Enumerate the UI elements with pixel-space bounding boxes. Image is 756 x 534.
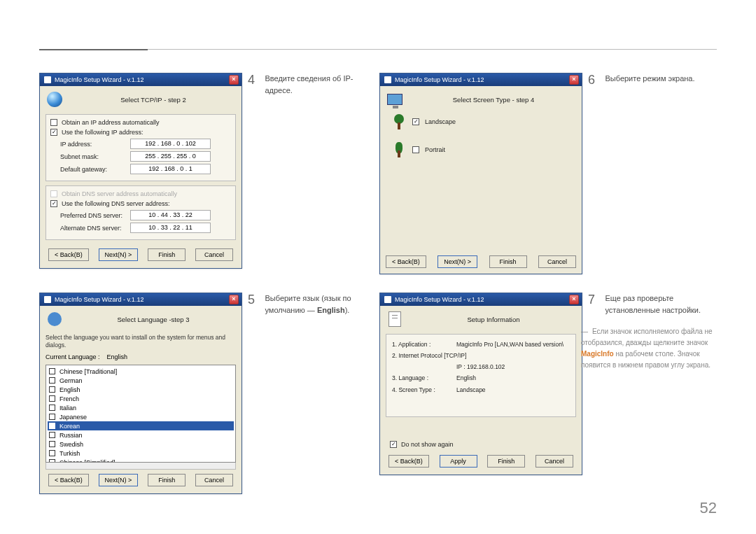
- checkbox-obtain-auto[interactable]: [50, 119, 57, 126]
- language-item[interactable]: Chinese [Simplified]: [48, 458, 234, 463]
- finish-button[interactable]: Finish: [489, 255, 527, 268]
- checkbox-landscape[interactable]: [412, 118, 419, 125]
- finish-button[interactable]: Finish: [148, 474, 186, 486]
- language-item[interactable]: Korean: [48, 421, 234, 430]
- language-label: French: [59, 395, 79, 402]
- monitor-icon: [386, 90, 404, 108]
- close-icon[interactable]: ×: [569, 295, 579, 304]
- close-icon[interactable]: ×: [569, 75, 579, 85]
- input-ip-address[interactable]: 192 . 168 . 0 . 102: [130, 139, 211, 149]
- checkbox-use-following-ip[interactable]: [50, 129, 57, 136]
- titlebar: MagicInfo Setup Wizard - v.1.12 ×: [380, 293, 582, 306]
- language-item[interactable]: Swedish: [48, 440, 234, 449]
- tree-landscape-icon: [391, 114, 407, 129]
- cancel-button[interactable]: Cancel: [538, 255, 576, 268]
- input-alt-dns[interactable]: 10 . 33 . 22 . 11: [130, 223, 211, 233]
- cancel-button[interactable]: Cancel: [195, 248, 233, 261]
- back-button[interactable]: < Back(B): [386, 255, 426, 268]
- language-item[interactable]: Italian: [48, 403, 234, 412]
- language-label: German: [59, 377, 83, 384]
- language-item[interactable]: Russian: [48, 430, 234, 440]
- checkbox-dns-use[interactable]: [50, 200, 57, 207]
- close-icon[interactable]: ×: [229, 75, 239, 85]
- language-item[interactable]: French: [48, 394, 234, 403]
- label-dns-use: Use the following DNS server address:: [62, 200, 170, 207]
- titlebar: MagicInfo Setup Wizard - v.1.12 ×: [40, 73, 241, 86]
- label-obtain-auto: Obtain an IP address automatically: [62, 119, 159, 126]
- finish-button[interactable]: Finish: [487, 455, 525, 468]
- next-button[interactable]: Next(N) >: [99, 248, 139, 261]
- input-gateway[interactable]: 192 . 168 . 0 . 1: [130, 164, 211, 174]
- language-item[interactable]: Chinese [Traditional]: [48, 367, 234, 376]
- language-label: Italian: [59, 405, 76, 412]
- language-label: Swedish: [59, 441, 83, 448]
- language-item[interactable]: Japanese: [48, 412, 234, 421]
- cancel-button[interactable]: Cancel: [536, 455, 573, 468]
- language-item[interactable]: English: [48, 385, 234, 394]
- language-label: English: [59, 386, 80, 393]
- page-number: 52: [700, 499, 717, 517]
- apply-button[interactable]: Apply: [440, 455, 477, 468]
- cancel-button[interactable]: Cancel: [195, 474, 233, 486]
- step4-number: 4: [248, 73, 255, 87]
- horizontal-scrollbar[interactable]: [46, 463, 236, 470]
- step-header: Select Screen Type - step 4: [411, 96, 576, 104]
- back-button[interactable]: < Back(B): [48, 474, 89, 486]
- back-button[interactable]: < Back(B): [48, 248, 89, 261]
- current-language-label: Current Language :: [46, 353, 100, 360]
- label-landscape: Landscape: [425, 118, 456, 125]
- language-item[interactable]: Turkish: [48, 449, 234, 458]
- checkbox-do-not-show[interactable]: [390, 441, 397, 448]
- language-label: Korean: [59, 423, 80, 430]
- label-do-not-show: Do not show again: [401, 441, 454, 448]
- step4-text: Введите сведения об IP-адресе.: [265, 73, 373, 97]
- globe-icon: [46, 90, 64, 108]
- ie-icon: [46, 310, 64, 328]
- checkbox-icon: [49, 395, 55, 402]
- current-language-value: English: [107, 353, 128, 360]
- language-label: Japanese: [59, 414, 87, 421]
- checkbox-icon: [49, 386, 55, 393]
- label-pref-dns: Preferred DNS server:: [60, 212, 130, 219]
- language-list[interactable]: Chinese [Traditional]GermanEnglishFrench…: [46, 365, 236, 463]
- wizard-summary: MagicInfo Setup Wizard - v.1.12 × Setup …: [379, 293, 582, 475]
- next-button[interactable]: Next(N) >: [99, 474, 139, 486]
- titlebar: MagicInfo Setup Wizard - v.1.12 ×: [380, 73, 582, 86]
- checkbox-portrait[interactable]: [412, 146, 419, 153]
- app-icon: [44, 76, 51, 83]
- step7-number: 7: [588, 293, 595, 307]
- app-icon: [384, 296, 391, 303]
- next-button[interactable]: Next(N) >: [438, 255, 477, 268]
- step-header: Select TCP/IP - step 2: [71, 96, 236, 104]
- close-icon[interactable]: ×: [229, 295, 239, 304]
- window-title: MagicInfo Setup Wizard - v.1.12: [55, 296, 229, 303]
- step6-number: 6: [588, 73, 595, 87]
- back-button[interactable]: < Back(B): [388, 455, 429, 468]
- language-help-text: Select the language you want to install …: [46, 334, 236, 349]
- label-gateway: Default gateway:: [60, 166, 130, 173]
- step7-note: ―Если значок исполняемого файла не отобр…: [581, 326, 721, 371]
- label-dns-auto: Obtain DNS server address automatically: [62, 190, 177, 197]
- titlebar: MagicInfo Setup Wizard - v.1.12 ×: [40, 293, 241, 306]
- tree-portrait-icon: [391, 142, 407, 157]
- wizard-tcpip: MagicInfo Setup Wizard - v.1.12 × Select…: [39, 73, 242, 269]
- checkbox-icon: [49, 368, 55, 374]
- checkbox-icon: [49, 423, 55, 429]
- label-ip-address: IP address:: [60, 141, 130, 148]
- app-icon: [44, 296, 51, 303]
- wizard-screentype: MagicInfo Setup Wizard - v.1.12 × Select…: [379, 73, 582, 274]
- checkbox-icon: [49, 377, 55, 384]
- app-icon: [384, 76, 391, 83]
- step-header: Select Language -step 3: [71, 316, 236, 323]
- checkbox-dns-auto: [50, 190, 57, 197]
- input-pref-dns[interactable]: 10 . 44 . 33 . 22: [130, 210, 211, 220]
- finish-button[interactable]: Finish: [148, 248, 186, 261]
- language-label: Russian: [59, 432, 83, 439]
- step7-text: Еще раз проверьте установленные настройк…: [605, 293, 713, 316]
- input-subnet[interactable]: 255 . 255 . 255 . 0: [130, 151, 211, 162]
- language-item[interactable]: German: [48, 376, 234, 385]
- window-title: MagicInfo Setup Wizard - v.1.12: [55, 76, 229, 83]
- checkbox-icon: [49, 414, 55, 420]
- checkbox-icon: [49, 441, 55, 447]
- label-use-following-ip: Use the following IP address:: [62, 129, 143, 136]
